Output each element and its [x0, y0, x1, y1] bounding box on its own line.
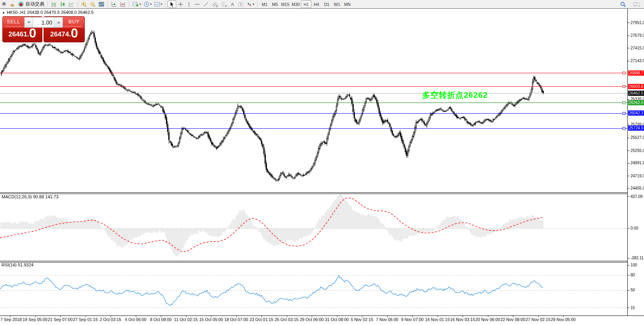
zoom-in-button[interactable]: [80, 0, 88, 8]
chart-annotation-text[interactable]: 多空转折点26262: [422, 90, 488, 101]
periods-dropdown-caret[interactable]: ▾: [150, 2, 152, 6]
sell-label: SELL: [7, 19, 20, 25]
price-level-label: 26042.3: [628, 110, 644, 116]
timeframe-H1[interactable]: H1: [301, 0, 311, 8]
timeframe-W1[interactable]: W1: [332, 0, 342, 8]
crosshair-tool-button[interactable]: [176, 0, 185, 8]
gold-bars-icon: [9, 1, 15, 8]
sell-price: 26461.0: [3, 26, 42, 41]
arrows-dropdown-caret[interactable]: ▾: [253, 2, 254, 6]
price-level-label: 26888.7: [628, 70, 644, 76]
buy-label: BUY: [69, 19, 80, 25]
macd-indicator-label: MACD(12,26,9) 90.88 141.73: [2, 194, 59, 199]
autotrading-button[interactable]: 自动交易: [17, 0, 46, 8]
volume-increase-button[interactable]: [54, 17, 63, 27]
svg-text:A: A: [231, 2, 234, 7]
collapse-triangle-icon[interactable]: ▲: [2, 11, 5, 14]
volume-decrease-button[interactable]: [25, 17, 33, 27]
toolbar-grip[interactable]: [76, 2, 79, 7]
macd-tick-label: 437.09: [631, 194, 643, 199]
horizontal-line-tool-button[interactable]: [193, 0, 202, 8]
chat-button[interactable]: [631, 0, 642, 8]
timeframe-D1[interactable]: D1: [322, 0, 332, 8]
zoom-in-icon: [81, 1, 87, 8]
toolbar-grip[interactable]: [107, 2, 109, 7]
indicators-icon: [132, 1, 139, 8]
candlestick-chart-button[interactable]: [58, 0, 67, 8]
new-order-button[interactable]: 单: [0, 0, 8, 8]
arrows-tool-button[interactable]: ▾: [245, 0, 255, 8]
triangle-down-icon: [27, 21, 30, 23]
date-tick-label: 25 Oct 03:15: [274, 317, 298, 322]
chart-shift-button[interactable]: [118, 0, 127, 8]
sell-price-int: 26461: [8, 30, 27, 38]
periods-button[interactable]: ▾: [142, 0, 153, 8]
toolbar-grip[interactable]: [46, 2, 49, 7]
text-label-tool-button[interactable]: T: [236, 0, 245, 8]
price-tick-label: 24719.0: [631, 174, 644, 178]
templates-button[interactable]: ▾: [153, 0, 164, 8]
templates-icon: [154, 1, 160, 8]
toolbar-grip[interactable]: [256, 2, 259, 7]
timeframe-MN[interactable]: MN: [342, 0, 352, 8]
line-chart-button[interactable]: [67, 0, 76, 8]
toolbar-grip[interactable]: [164, 2, 167, 7]
svg-text:E: E: [216, 4, 218, 7]
cursor-tool-button[interactable]: [168, 0, 176, 8]
rsi-indicator-label: RSI(14) 51.9324: [2, 262, 34, 267]
market-watch-button[interactable]: [8, 0, 17, 8]
date-tick-label: 31 Oct 08:00: [325, 317, 349, 322]
price-tick-label: 27951.0: [631, 21, 644, 25]
chart-canvas[interactable]: [0, 0, 644, 325]
timeframe-M1[interactable]: M1: [259, 0, 270, 8]
chart-title-text: HK50-,H1 26438.0 26470.5 26408.0 26462.5: [7, 10, 94, 15]
date-tick-label: 8 Oct 08:00: [150, 317, 171, 322]
timeframe-M15[interactable]: M15: [280, 0, 290, 8]
equidistant-channel-tool-button[interactable]: E: [210, 0, 219, 8]
price-level-label: 25724.9: [628, 125, 644, 131]
trendline-icon: [203, 1, 209, 8]
price-tick-label: 25255.0: [631, 148, 644, 153]
date-tick-label: 16 Nov 03:15: [450, 317, 475, 322]
autotrading-icon: [18, 1, 24, 8]
vertical-line-tool-button[interactable]: [185, 0, 193, 8]
rsi-tick-label: 15: [631, 306, 635, 310]
timeframe-M5[interactable]: M5: [270, 0, 280, 8]
line-chart-icon: [68, 1, 74, 8]
search-button[interactable]: [619, 0, 627, 8]
tile-windows-button[interactable]: [97, 0, 106, 8]
vertical-line-icon: [186, 1, 192, 8]
timeframe-M30[interactable]: M30: [291, 0, 301, 8]
indicators-dropdown-caret[interactable]: ▾: [139, 2, 141, 6]
triangle-up-icon: [57, 21, 60, 23]
date-tick-label: 14 Nov 01:15: [425, 317, 450, 322]
volume-input[interactable]: [33, 17, 54, 27]
date-tick-label: 27 Nov 02:15: [526, 317, 550, 322]
one-click-trading-panel: SELL 26461.0 BUY 26474.0: [2, 16, 85, 42]
date-tick-label: 23 Oct 01:15: [250, 317, 273, 322]
date-tick-label: 2 Oct 03:15: [100, 317, 121, 322]
text-tool-button[interactable]: A: [229, 0, 236, 8]
templates-dropdown-caret[interactable]: ▾: [161, 2, 162, 6]
trendline-tool-button[interactable]: [202, 0, 210, 8]
price-tick-label: 25527.0: [631, 135, 644, 140]
tile-windows-icon: [98, 1, 105, 8]
rsi-tick-label: 100: [631, 263, 637, 267]
main-toolbar: 单 自动交易 ▾ ▾ ▾ E F A T ▾ M1M5M15M30H1H4D1W…: [0, 0, 644, 8]
zoom-out-button[interactable]: [88, 0, 97, 8]
indicators-button[interactable]: ▾: [131, 0, 142, 8]
bar-chart-button[interactable]: [50, 0, 58, 8]
timeframe-H4[interactable]: H4: [311, 0, 322, 8]
date-tick-label: 27 Sep 01:15: [73, 317, 97, 322]
trading-app-window: { "toolbar": { "new_order_label": "单", "…: [0, 0, 644, 325]
macd-tick-label: 0.00: [631, 226, 638, 230]
autotrading-label: 自动交易: [25, 1, 44, 8]
chat-bubbles-icon: [633, 1, 640, 8]
cursor-icon: [169, 1, 175, 8]
periods-clock-icon: [143, 1, 150, 8]
text-label-icon: T: [238, 1, 244, 8]
fibonacci-tool-button[interactable]: F: [219, 0, 229, 8]
toolbar-grip[interactable]: [128, 2, 130, 7]
auto-scroll-button[interactable]: [110, 0, 118, 8]
auto-scroll-icon: [111, 1, 117, 8]
